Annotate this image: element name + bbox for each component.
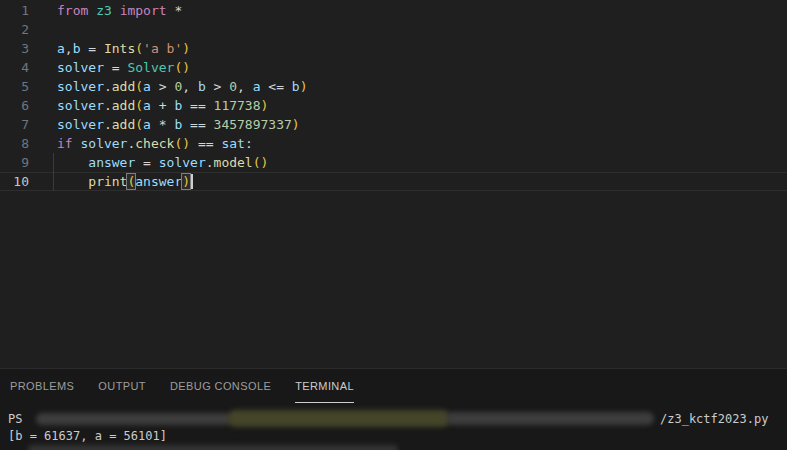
line-number: 5 (0, 77, 29, 96)
redacted-path-blur (36, 413, 232, 425)
redacted-command-blur (228, 410, 450, 427)
redacted-path-blur (446, 412, 654, 425)
text-cursor (191, 174, 193, 189)
panel-tab-problems[interactable]: PROBLEMS (10, 369, 74, 403)
panel-tab-bar: PROBLEMSOUTPUTDEBUG CONSOLETERMINAL (0, 369, 787, 403)
code-line-3[interactable]: 3a,b = Ints('a b') (0, 39, 787, 58)
line-number: 2 (0, 20, 29, 39)
code-line-9[interactable]: 9 answer = solver.model() (0, 153, 787, 172)
code-text: solver = Solver() (57, 58, 190, 77)
code-text: solver.add(a > 0, b > 0, a <= b) (57, 77, 308, 96)
code-line-4[interactable]: 4solver = Solver() (0, 58, 787, 77)
vscode-window: 1from z3 import *23a,b = Ints('a b')4sol… (0, 0, 787, 450)
code-line-2[interactable]: 2 (0, 20, 787, 39)
panel-tab-output[interactable]: OUTPUT (98, 369, 146, 403)
line-number: 9 (0, 153, 29, 172)
terminal-prompt: PS (8, 411, 22, 428)
code-editor[interactable]: 1from z3 import *23a,b = Ints('a b')4sol… (0, 0, 787, 369)
terminal-script-filename: /z3_kctf2023.py (660, 411, 768, 428)
code-text: solver.add(a * b == 3457897337) (57, 115, 300, 134)
code-line-8[interactable]: 8if solver.check() == sat: (0, 134, 787, 153)
line-number: 3 (0, 39, 29, 58)
line-number: 7 (0, 115, 29, 134)
line-number: 4 (0, 58, 29, 77)
bottom-panel: PROBLEMSOUTPUTDEBUG CONSOLETERMINAL PS /… (0, 368, 787, 450)
indent-guide (53, 172, 54, 191)
line-number: 8 (0, 134, 29, 153)
code-text: solver.add(a + b == 117738) (57, 96, 268, 115)
line-number: 6 (0, 96, 29, 115)
code-text: if solver.check() == sat: (57, 134, 253, 153)
code-line-6[interactable]: 6solver.add(a + b == 117738) (0, 96, 787, 115)
code-text: print(answer) (57, 172, 193, 191)
terminal-output-model: [b = 61637, a = 56101] (8, 428, 167, 445)
code-text: answer = solver.model() (57, 153, 268, 172)
terminal-view[interactable]: PS /z3_kctf2023.py [b = 61637, a = 56101… (0, 403, 787, 450)
code-line-5[interactable]: 5solver.add(a > 0, b > 0, a <= b) (0, 77, 787, 96)
panel-tab-debug-console[interactable]: DEBUG CONSOLE (170, 369, 271, 403)
redacted-prompt-blur (28, 445, 398, 450)
code-line-1[interactable]: 1from z3 import * (0, 1, 787, 20)
line-number: 10 (0, 172, 29, 191)
code-line-7[interactable]: 7solver.add(a * b == 3457897337) (0, 115, 787, 134)
indent-guide (53, 153, 54, 172)
panel-tab-terminal[interactable]: TERMINAL (295, 369, 354, 403)
line-number: 1 (0, 1, 29, 20)
code-text: from z3 import * (57, 1, 182, 20)
code-line-10[interactable]: 10 print(answer) (0, 172, 787, 191)
code-text: a,b = Ints('a b') (57, 39, 190, 58)
